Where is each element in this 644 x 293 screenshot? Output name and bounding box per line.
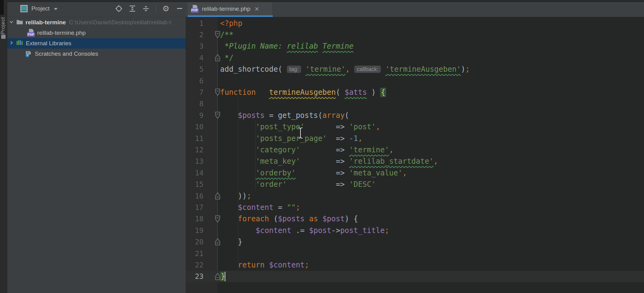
panel-toolbar: ⚙ xyxy=(115,0,183,17)
tree-row-external-libraries[interactable]: External Libraries xyxy=(7,38,186,49)
locate-file-button[interactable] xyxy=(115,5,123,12)
code-line-7[interactable]: 7function termineAusgeben( $atts ) { xyxy=(186,86,644,98)
code-line-10[interactable]: 10 'post_type' => 'post', xyxy=(186,121,644,133)
code-token: ( xyxy=(269,215,278,223)
line-number: 20 xyxy=(186,238,203,246)
code-line-22[interactable]: 22 return $content; xyxy=(186,259,644,271)
editor-tab-active[interactable]: PHP relilab-termine.php × xyxy=(188,2,272,15)
tree-row-scratches[interactable]: Scratches and Consoles xyxy=(7,49,186,59)
code-line-8[interactable]: 8 xyxy=(186,98,644,110)
code-text: )); xyxy=(220,192,251,200)
code-line-12[interactable]: 12 'category' => 'termine', xyxy=(186,144,644,155)
code-token: => xyxy=(327,134,349,143)
code-token: } xyxy=(220,238,242,246)
code-line-2[interactable]: 2/** xyxy=(186,29,644,40)
chevron-down-icon[interactable] xyxy=(54,8,58,10)
chevron-right-icon[interactable] xyxy=(9,41,14,46)
line-number: 3 xyxy=(186,42,203,50)
code-line-23[interactable]: 23} xyxy=(186,271,644,282)
code-token: ) xyxy=(367,88,380,97)
line-number: 15 xyxy=(186,180,203,188)
collapse-all-button[interactable] xyxy=(142,5,150,12)
parameter-hint: tag: xyxy=(287,66,301,73)
fold-column xyxy=(203,167,220,179)
fold-column xyxy=(203,259,220,271)
code-line-21[interactable]: 21 xyxy=(186,248,644,259)
hide-panel-button[interactable] xyxy=(176,5,183,12)
code-token: $posts xyxy=(238,111,265,120)
settings-button[interactable]: ⚙ xyxy=(162,5,170,12)
line-number: 8 xyxy=(186,100,203,108)
code-line-14[interactable]: 14 'orderby' => 'meta_value', xyxy=(186,167,644,179)
code-token: , xyxy=(389,146,393,154)
line-number: 17 xyxy=(186,203,203,211)
code-token: => xyxy=(305,122,349,131)
code-line-20[interactable]: 20 } xyxy=(186,236,644,247)
code-line-15[interactable]: 15 'order' => 'DESC' xyxy=(186,179,644,190)
line-number: 2 xyxy=(186,31,203,39)
tree-row-file[interactable]: PHP relilab-termine.php xyxy=(7,28,186,38)
code-token: array xyxy=(322,111,344,120)
code-token: , xyxy=(358,134,362,143)
code-line-17[interactable]: 17 $content = ""; xyxy=(186,202,644,213)
code-line-3[interactable]: 3 *Plugin Name: relilab Termine xyxy=(186,41,644,52)
line-number: 21 xyxy=(186,250,203,258)
code-token: 'relilab_startdate' xyxy=(349,157,434,166)
code-line-11[interactable]: 11 'posts_per_page' => -1, xyxy=(186,133,644,144)
code-token: , xyxy=(402,169,407,177)
code-token: 'termine' xyxy=(305,65,345,74)
code-token: ; xyxy=(385,226,389,235)
file-name: relilab-termine.php xyxy=(37,30,86,36)
code-token: = xyxy=(273,203,287,212)
line-number: 12 xyxy=(186,146,203,154)
panel-title[interactable]: Project xyxy=(31,5,50,12)
code-token: , xyxy=(434,157,438,166)
chevron-down-icon[interactable] xyxy=(9,20,14,25)
code-token xyxy=(220,146,256,154)
fold-column xyxy=(203,121,220,133)
code-line-6[interactable]: 6 xyxy=(186,75,644,86)
project-stripe-button[interactable]: Project xyxy=(0,4,7,47)
fold-column xyxy=(203,133,220,144)
code-token: 'posts_per_page' xyxy=(256,134,327,143)
code-line-18[interactable]: 18 foreach ($posts as $post) { xyxy=(186,213,644,225)
stripe-tool-icon[interactable] xyxy=(1,35,6,39)
fold-column xyxy=(203,41,220,52)
code-token xyxy=(301,65,305,74)
line-number: 7 xyxy=(186,88,203,96)
code-token: ; xyxy=(296,203,300,212)
code-text: add_shortcode( tag: 'termine', callback:… xyxy=(220,65,470,74)
code-token xyxy=(220,203,238,212)
code-line-5[interactable]: 5add_shortcode( tag: 'termine', callback… xyxy=(186,64,644,75)
locate-icon xyxy=(115,5,123,12)
code-token: $posts xyxy=(278,215,305,223)
editor[interactable]: 1<?php2/**3 *Plugin Name: relilab Termin… xyxy=(186,17,644,293)
code-token xyxy=(350,65,354,74)
code-text: } xyxy=(220,238,242,246)
code-line-16[interactable]: 16 )); xyxy=(186,190,644,202)
code-line-4[interactable]: 4 */ xyxy=(186,52,644,63)
line-number: 22 xyxy=(186,261,203,269)
code-line-1[interactable]: 1<?php xyxy=(186,18,644,29)
code-token xyxy=(220,157,256,166)
code-text: 'meta_key' => 'relilab_startdate', xyxy=(220,157,438,166)
code-token: , xyxy=(345,65,350,74)
code-token: function xyxy=(220,88,256,97)
code-token: foreach xyxy=(238,215,269,223)
code-token: add_shortcode( xyxy=(220,65,287,74)
expand-all-button[interactable] xyxy=(129,5,136,12)
code-line-13[interactable]: 13 'meta_key' => 'relilab_startdate', xyxy=(186,156,644,167)
code-line-9[interactable]: 9 $posts = get_posts(array( xyxy=(186,110,644,121)
code-token: post_title xyxy=(340,226,385,235)
code-text: /** xyxy=(220,30,233,39)
tab-close-icon[interactable]: × xyxy=(255,6,259,12)
toolbar-divider xyxy=(156,5,156,13)
code-text: return $content; xyxy=(220,261,309,269)
code-token: 'orderby' xyxy=(256,169,296,177)
fold-column xyxy=(203,225,220,236)
code-token: relilab xyxy=(287,42,318,50)
code-line-19[interactable]: 19 $content .= $post->post_title; xyxy=(186,225,644,236)
code-token: ( xyxy=(345,111,349,120)
tab-label: relilab-termine.php xyxy=(202,6,250,12)
tree-row-project-root[interactable]: relilab-termine C:\Users\Daniel\Desktop\… xyxy=(7,17,186,28)
